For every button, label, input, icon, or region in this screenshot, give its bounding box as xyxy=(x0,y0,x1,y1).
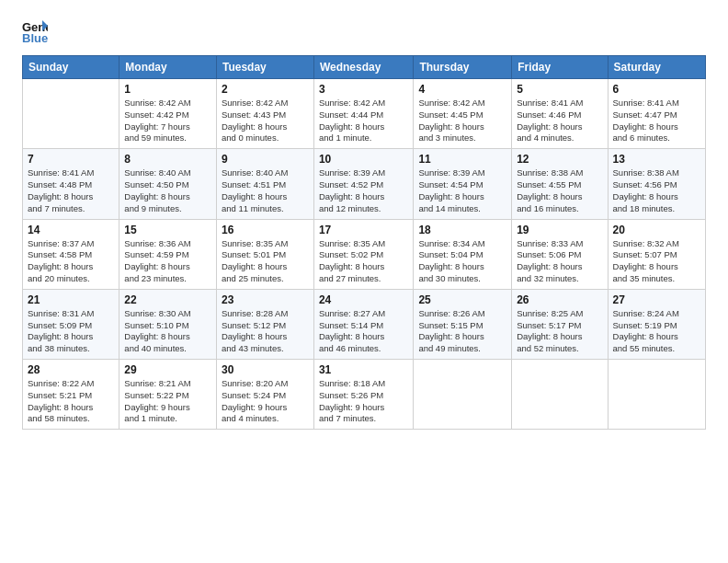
weekday-header: Monday xyxy=(119,56,217,79)
day-info: Sunrise: 8:42 AM Sunset: 4:45 PM Dayligh… xyxy=(418,98,506,144)
day-number: 8 xyxy=(124,153,211,166)
day-number: 9 xyxy=(222,153,309,166)
day-number: 27 xyxy=(613,293,700,306)
day-number: 30 xyxy=(222,363,309,376)
calendar-cell: 24Sunrise: 8:27 AM Sunset: 5:14 PM Dayli… xyxy=(313,289,413,359)
calendar-cell xyxy=(414,360,512,430)
calendar-cell: 2Sunrise: 8:42 AM Sunset: 4:43 PM Daylig… xyxy=(216,79,313,149)
weekday-header: Wednesday xyxy=(313,56,413,79)
day-number: 19 xyxy=(517,224,602,236)
day-info: Sunrise: 8:18 AM Sunset: 5:26 PM Dayligh… xyxy=(319,378,408,425)
calendar-cell: 8Sunrise: 8:40 AM Sunset: 4:50 PM Daylig… xyxy=(119,149,217,219)
day-info: Sunrise: 8:31 AM Sunset: 5:09 PM Dayligh… xyxy=(28,308,114,355)
calendar-header: SundayMondayTuesdayWednesdayThursdayFrid… xyxy=(23,56,706,79)
day-number: 28 xyxy=(28,363,114,376)
calendar-cell: 17Sunrise: 8:35 AM Sunset: 5:02 PM Dayli… xyxy=(313,219,413,289)
day-info: Sunrise: 8:27 AM Sunset: 5:14 PM Dayligh… xyxy=(319,308,408,355)
calendar-cell: 16Sunrise: 8:35 AM Sunset: 5:01 PM Dayli… xyxy=(216,219,313,289)
calendar-cell: 11Sunrise: 8:39 AM Sunset: 4:54 PM Dayli… xyxy=(414,149,512,219)
day-number: 2 xyxy=(222,83,309,96)
calendar-table: SundayMondayTuesdayWednesdayThursdayFrid… xyxy=(22,55,706,430)
day-number: 22 xyxy=(124,293,211,306)
calendar-cell: 4Sunrise: 8:42 AM Sunset: 4:45 PM Daylig… xyxy=(414,79,512,149)
calendar-week-row: 28Sunrise: 8:22 AM Sunset: 5:21 PM Dayli… xyxy=(23,360,706,430)
day-info: Sunrise: 8:39 AM Sunset: 4:54 PM Dayligh… xyxy=(418,167,506,214)
calendar-cell xyxy=(512,360,608,430)
calendar-cell: 9Sunrise: 8:40 AM Sunset: 4:51 PM Daylig… xyxy=(216,149,313,219)
day-info: Sunrise: 8:34 AM Sunset: 5:04 PM Dayligh… xyxy=(418,238,506,285)
day-info: Sunrise: 8:21 AM Sunset: 5:22 PM Dayligh… xyxy=(124,378,211,425)
day-number: 10 xyxy=(319,153,408,166)
day-number: 18 xyxy=(418,224,506,236)
day-info: Sunrise: 8:38 AM Sunset: 4:55 PM Dayligh… xyxy=(517,167,602,214)
day-info: Sunrise: 8:42 AM Sunset: 4:42 PM Dayligh… xyxy=(124,98,211,144)
day-info: Sunrise: 8:22 AM Sunset: 5:21 PM Dayligh… xyxy=(28,378,114,425)
day-info: Sunrise: 8:26 AM Sunset: 5:15 PM Dayligh… xyxy=(418,308,506,355)
day-info: Sunrise: 8:40 AM Sunset: 4:51 PM Dayligh… xyxy=(222,167,309,214)
calendar-week-row: 1Sunrise: 8:42 AM Sunset: 4:42 PM Daylig… xyxy=(23,79,706,149)
calendar-cell: 27Sunrise: 8:24 AM Sunset: 5:19 PM Dayli… xyxy=(608,289,705,359)
calendar-cell: 1Sunrise: 8:42 AM Sunset: 4:42 PM Daylig… xyxy=(119,79,217,149)
calendar-week-row: 14Sunrise: 8:37 AM Sunset: 4:58 PM Dayli… xyxy=(23,219,706,289)
calendar-cell: 3Sunrise: 8:42 AM Sunset: 4:44 PM Daylig… xyxy=(313,79,413,149)
day-info: Sunrise: 8:20 AM Sunset: 5:24 PM Dayligh… xyxy=(222,378,309,425)
calendar-cell: 6Sunrise: 8:41 AM Sunset: 4:47 PM Daylig… xyxy=(608,79,705,149)
calendar-cell: 26Sunrise: 8:25 AM Sunset: 5:17 PM Dayli… xyxy=(512,289,608,359)
calendar-cell: 31Sunrise: 8:18 AM Sunset: 5:26 PM Dayli… xyxy=(313,360,413,430)
day-info: Sunrise: 8:25 AM Sunset: 5:17 PM Dayligh… xyxy=(517,308,602,355)
weekday-header: Thursday xyxy=(414,56,512,79)
day-info: Sunrise: 8:39 AM Sunset: 4:52 PM Dayligh… xyxy=(319,167,408,214)
calendar-cell: 5Sunrise: 8:41 AM Sunset: 4:46 PM Daylig… xyxy=(512,79,608,149)
day-number: 12 xyxy=(517,153,602,166)
weekday-header: Saturday xyxy=(608,56,705,79)
day-info: Sunrise: 8:42 AM Sunset: 4:43 PM Dayligh… xyxy=(222,98,309,144)
day-number: 21 xyxy=(28,293,114,306)
calendar-cell: 12Sunrise: 8:38 AM Sunset: 4:55 PM Dayli… xyxy=(512,149,608,219)
day-number: 7 xyxy=(28,153,114,166)
calendar-page: General Blue SundayMondayTuesdayWednesda… xyxy=(0,0,728,563)
day-number: 15 xyxy=(124,224,211,236)
day-info: Sunrise: 8:33 AM Sunset: 5:06 PM Dayligh… xyxy=(517,238,602,285)
weekday-row: SundayMondayTuesdayWednesdayThursdayFrid… xyxy=(23,56,706,79)
calendar-cell: 20Sunrise: 8:32 AM Sunset: 5:07 PM Dayli… xyxy=(608,219,705,289)
day-number: 14 xyxy=(28,224,114,236)
day-number: 20 xyxy=(613,224,700,236)
day-info: Sunrise: 8:32 AM Sunset: 5:07 PM Dayligh… xyxy=(613,238,700,285)
day-info: Sunrise: 8:41 AM Sunset: 4:47 PM Dayligh… xyxy=(613,98,700,144)
day-info: Sunrise: 8:36 AM Sunset: 4:59 PM Dayligh… xyxy=(124,238,211,285)
calendar-week-row: 7Sunrise: 8:41 AM Sunset: 4:48 PM Daylig… xyxy=(23,149,706,219)
day-number: 13 xyxy=(613,153,700,166)
day-number: 1 xyxy=(124,83,211,96)
day-info: Sunrise: 8:35 AM Sunset: 5:01 PM Dayligh… xyxy=(222,238,309,285)
day-info: Sunrise: 8:42 AM Sunset: 4:44 PM Dayligh… xyxy=(319,98,408,144)
day-number: 26 xyxy=(517,293,602,306)
calendar-cell: 14Sunrise: 8:37 AM Sunset: 4:58 PM Dayli… xyxy=(23,219,119,289)
weekday-header: Friday xyxy=(512,56,608,79)
day-number: 6 xyxy=(613,83,700,96)
calendar-cell: 23Sunrise: 8:28 AM Sunset: 5:12 PM Dayli… xyxy=(216,289,313,359)
day-number: 5 xyxy=(517,83,602,96)
day-number: 17 xyxy=(319,224,408,236)
day-info: Sunrise: 8:41 AM Sunset: 4:48 PM Dayligh… xyxy=(28,167,114,214)
calendar-cell: 22Sunrise: 8:30 AM Sunset: 5:10 PM Dayli… xyxy=(119,289,217,359)
calendar-cell: 13Sunrise: 8:38 AM Sunset: 4:56 PM Dayli… xyxy=(608,149,705,219)
calendar-cell: 15Sunrise: 8:36 AM Sunset: 4:59 PM Dayli… xyxy=(119,219,217,289)
day-number: 11 xyxy=(418,153,506,166)
svg-text:Blue: Blue xyxy=(22,31,48,44)
weekday-header: Sunday xyxy=(23,56,119,79)
day-info: Sunrise: 8:37 AM Sunset: 4:58 PM Dayligh… xyxy=(28,238,114,285)
calendar-cell: 18Sunrise: 8:34 AM Sunset: 5:04 PM Dayli… xyxy=(414,219,512,289)
calendar-cell: 19Sunrise: 8:33 AM Sunset: 5:06 PM Dayli… xyxy=(512,219,608,289)
calendar-cell: 21Sunrise: 8:31 AM Sunset: 5:09 PM Dayli… xyxy=(23,289,119,359)
day-info: Sunrise: 8:41 AM Sunset: 4:46 PM Dayligh… xyxy=(517,98,602,144)
logo: General Blue xyxy=(22,18,55,44)
day-number: 16 xyxy=(222,224,309,236)
calendar-week-row: 21Sunrise: 8:31 AM Sunset: 5:09 PM Dayli… xyxy=(23,289,706,359)
calendar-cell: 30Sunrise: 8:20 AM Sunset: 5:24 PM Dayli… xyxy=(216,360,313,430)
calendar-cell: 28Sunrise: 8:22 AM Sunset: 5:21 PM Dayli… xyxy=(23,360,119,430)
day-number: 4 xyxy=(418,83,506,96)
day-info: Sunrise: 8:40 AM Sunset: 4:50 PM Dayligh… xyxy=(124,167,211,214)
calendar-cell: 25Sunrise: 8:26 AM Sunset: 5:15 PM Dayli… xyxy=(414,289,512,359)
day-number: 29 xyxy=(124,363,211,376)
calendar-cell xyxy=(608,360,705,430)
